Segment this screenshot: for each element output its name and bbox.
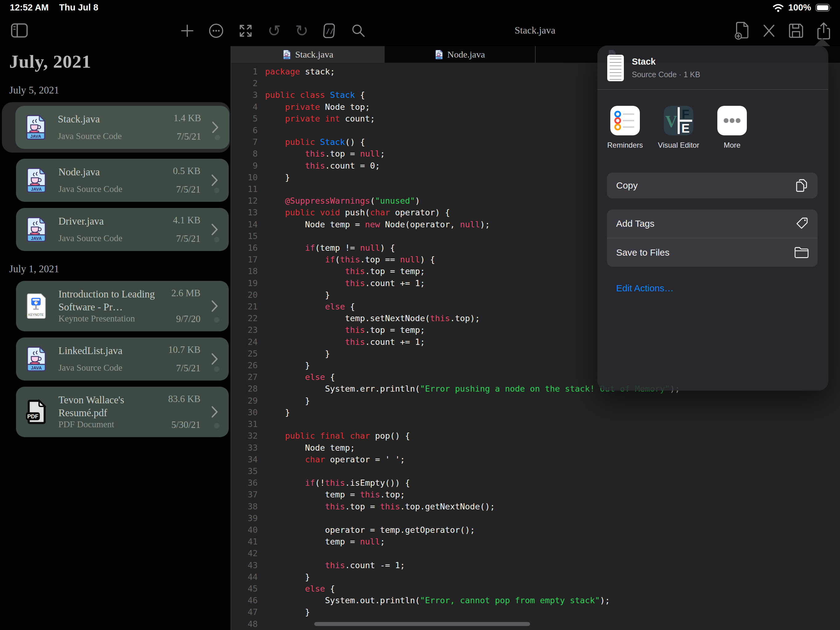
share-app-reminders[interactable]: Reminders [602, 106, 649, 149]
file-item-row: Keynote Presentation9/7/20 [58, 313, 201, 324]
share-app-label: More [724, 141, 741, 149]
action-label: Add Tags [616, 218, 655, 229]
date-section-header: July 1, 2021 [9, 263, 231, 275]
share-app-more[interactable]: More [709, 106, 755, 149]
line-number: 9 [231, 160, 265, 172]
line-number: 15 [231, 230, 265, 242]
chevron-right-icon [211, 405, 218, 418]
file-date: 7/5/21 [176, 184, 201, 195]
line-number: 47 [231, 606, 265, 618]
file-item[interactable]: JAVALinkedList.java10.7 KBJava Source Co… [16, 337, 229, 380]
add-icon[interactable] [180, 24, 194, 38]
add-tags-action[interactable]: Add Tags [607, 209, 818, 238]
more-circle-icon[interactable] [208, 23, 224, 38]
file-item[interactable]: JAVANode.java0.5 KBJava Source Code7/5/2… [16, 159, 229, 202]
file-item[interactable]: JAVAStack.java1.4 KBJava Source Code7/5/… [15, 106, 229, 149]
line-number: 37 [231, 489, 265, 500]
file-size: 2.6 MB [171, 288, 201, 299]
file-name: Node.java [58, 166, 100, 179]
line-number: 31 [231, 418, 265, 430]
line-number: 14 [231, 219, 265, 230]
search-icon[interactable] [351, 23, 366, 38]
file-item-text: LinkedList.java10.7 KBJava Source Code7/… [58, 344, 201, 374]
file-item-row: Introduction to Leading Software - Pr…2.… [58, 288, 201, 313]
code-text: public Stack() { [265, 136, 365, 148]
code-text: if(this.top == null) { [265, 254, 435, 266]
code-line: 35 [231, 465, 840, 477]
file-date: 7/5/21 [176, 362, 201, 374]
line-number: 43 [231, 560, 265, 571]
file-item-row: Java Source Code7/5/21 [58, 184, 201, 195]
tag-icon [794, 216, 809, 231]
file-size: 1.4 KB [174, 112, 201, 123]
line-number: 44 [231, 571, 265, 583]
chevron-right-icon [212, 121, 219, 134]
fullscreen-icon[interactable] [238, 23, 253, 38]
line-number: 27 [231, 371, 265, 383]
code-text: public class Stack { [265, 89, 365, 101]
svg-text:JAVA: JAVA [437, 57, 441, 59]
tab-node-java[interactable]: JAVANode.java [385, 46, 535, 63]
file-date: 7/5/21 [176, 233, 201, 244]
share-apps-row: RemindersVFEVisual EditorMore [602, 106, 755, 149]
file-item-text: Introduction to Leading Software - Pr…2.… [58, 288, 201, 324]
undo-icon[interactable]: ↺ [267, 23, 281, 39]
status-bar: 12:52 AM Thu Jul 8 100% [0, 0, 840, 15]
edit-actions-link[interactable]: Edit Actions… [616, 283, 674, 293]
horizontal-scrollbar[interactable] [314, 622, 530, 626]
code-text: if(!this.isEmpty()) { [265, 477, 410, 489]
code-text: this.top = this.top.getNextNode(); [265, 501, 495, 513]
action-label: Save to Files [616, 247, 669, 258]
battery-percent: 100% [788, 2, 811, 13]
save-icon[interactable] [788, 23, 804, 38]
svg-text:F: F [682, 107, 689, 121]
save-to-files-action[interactable]: Save to Files [607, 238, 818, 267]
code-text: } [265, 395, 310, 407]
line-number: 10 [231, 172, 265, 184]
file-size: 0.5 KB [173, 166, 201, 177]
share-sheet-popover: Stack Source Code · 1 KB RemindersVFEVis… [597, 46, 828, 391]
code-text: this.count += 1; [265, 277, 425, 289]
file-item[interactable]: JAVADriver.java4.1 KBJava Source Code7/5… [16, 208, 229, 251]
line-number: 29 [231, 395, 265, 407]
svg-text:V: V [665, 112, 677, 131]
file-item-row: Java Source Code7/5/21 [58, 362, 201, 374]
code-text: } [265, 407, 290, 418]
file-item[interactable]: KEYNOTEIntroduction to Leading Software … [16, 281, 229, 331]
code-text: this.count -= 1; [265, 560, 405, 571]
file-kind: PDF Document [58, 419, 114, 429]
line-number: 28 [231, 383, 265, 395]
line-number: 6 [231, 125, 265, 136]
file-date: 9/7/20 [176, 313, 201, 324]
copy-action[interactable]: Copy [607, 173, 818, 198]
line-number: 17 [231, 254, 265, 266]
status-dot [214, 423, 219, 429]
new-file-icon[interactable] [734, 22, 750, 40]
code-line: 47 } [231, 606, 840, 618]
close-document-icon[interactable] [762, 24, 776, 38]
comment-icon[interactable]: // [322, 23, 337, 39]
tab-stack-java[interactable]: JAVAStack.java [231, 46, 385, 63]
code-line: 32 public final char pop() { [231, 430, 840, 442]
code-text: temp = this.top; [265, 489, 405, 500]
code-line: 34 char operator = ' '; [231, 454, 840, 465]
file-item-row: Tevon Wallace's Resumé.pdf83.6 KB [58, 393, 201, 419]
java-file-icon: JAVA [25, 346, 47, 372]
code-line: 33 Node temp; [231, 442, 840, 454]
file-item-row: Node.java0.5 KB [58, 166, 201, 179]
code-text: if(temp != null) { [265, 242, 395, 254]
line-number: 16 [231, 242, 265, 254]
redo-icon[interactable]: ↻ [295, 23, 309, 39]
action-label: Copy [616, 180, 638, 191]
line-number: 20 [231, 289, 265, 301]
file-item[interactable]: PDFTevon Wallace's Resumé.pdf83.6 KBPDF … [16, 387, 229, 437]
line-number: 39 [231, 513, 265, 524]
share-icon[interactable] [816, 22, 831, 40]
java-file-icon: JAVA [25, 217, 47, 242]
line-number: 7 [231, 136, 265, 148]
share-app-visualeditor[interactable]: VFEVisual Editor [655, 106, 702, 149]
sidebar-toggle-icon[interactable] [11, 23, 28, 38]
code-line: 45 else { [231, 583, 840, 595]
code-text: } [265, 348, 330, 359]
chevron-right-icon [211, 174, 218, 187]
